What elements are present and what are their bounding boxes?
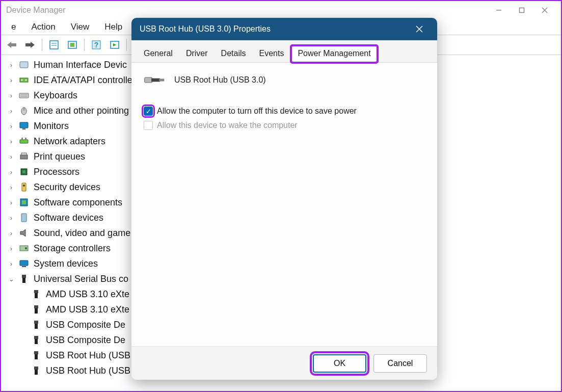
chevron-icon[interactable]: › [8, 123, 14, 129]
svg-rect-21 [19, 93, 29, 98]
chevron-icon[interactable]: › [8, 230, 14, 237]
device-name: USB Root Hub (USB 3.0) [174, 75, 266, 85]
checkbox-row-wake: Allow this device to wake the computer [144, 121, 425, 130]
tab-power-management[interactable]: Power Management [291, 45, 377, 63]
svg-rect-61 [145, 77, 152, 83]
cancel-button[interactable]: Cancel [373, 354, 427, 373]
chevron-icon[interactable]: › [8, 260, 14, 267]
device-category-icon [18, 274, 30, 284]
chevron-icon[interactable]: › [8, 77, 14, 84]
tab-driver[interactable]: Driver [180, 46, 214, 62]
scan-icon [110, 40, 120, 50]
svg-rect-32 [21, 153, 26, 155]
svg-rect-38 [22, 200, 26, 204]
svg-point-20 [25, 80, 27, 81]
close-icon [416, 25, 423, 33]
tree-item-label: Storage controllers [34, 244, 111, 253]
tree-item-label: Mice and other pointing [34, 106, 129, 115]
tab-details[interactable]: Details [215, 46, 252, 62]
checkbox-turnoff[interactable]: ✓ [144, 107, 153, 116]
tree-item-label: Software devices [34, 213, 103, 222]
device-category-icon [18, 151, 30, 162]
svg-point-42 [25, 247, 27, 249]
checkbox-wake-label: Allow this device to wake the computer [157, 121, 298, 130]
device-category-icon [18, 90, 30, 100]
minimize-icon [496, 7, 502, 13]
chevron-icon[interactable]: › [8, 184, 14, 191]
tree-item-label: Human Interface Devic [34, 60, 127, 69]
toolbar-forward-button[interactable] [22, 37, 38, 53]
svg-marker-5 [25, 42, 35, 48]
tree-item-label: Monitors [34, 121, 69, 130]
menu-help[interactable]: Help [104, 22, 122, 32]
usb-connector-icon [144, 73, 165, 87]
close-button[interactable] [533, 3, 556, 18]
tree-item-label: Security devices [34, 182, 100, 192]
menu-view[interactable]: View [71, 22, 90, 32]
svg-rect-57 [34, 367, 38, 370]
device-category-icon [18, 258, 30, 269]
device-category-icon [18, 243, 30, 253]
menu-file[interactable]: e [11, 22, 16, 32]
titlebar: Device Manager [1, 1, 561, 19]
chevron-icon[interactable]: › [8, 153, 14, 160]
svg-rect-18 [20, 78, 28, 82]
svg-rect-45 [22, 275, 26, 278]
svg-point-19 [21, 80, 23, 81]
usb-device-icon [31, 350, 42, 360]
device-category-icon [18, 182, 30, 192]
device-category-icon [18, 197, 30, 207]
dialog-title: USB Root Hub (USB 3.0) Properties [140, 24, 410, 34]
chevron-icon[interactable]: › [8, 138, 14, 145]
maximize-button[interactable] [510, 3, 533, 18]
chevron-icon[interactable]: › [8, 199, 14, 206]
properties-dialog: USB Root Hub (USB 3.0) Properties Genera… [131, 18, 437, 380]
svg-rect-56 [35, 354, 38, 359]
svg-rect-29 [21, 138, 23, 140]
svg-rect-44 [22, 266, 26, 267]
chevron-icon[interactable]: › [8, 245, 14, 252]
tab-general[interactable]: General [138, 46, 179, 62]
checkbox-row-turnoff[interactable]: ✓ Allow the computer to turn off this de… [144, 107, 425, 116]
chevron-icon[interactable]: › [8, 169, 14, 175]
device-category-icon [18, 228, 30, 238]
toolbar-scan-button[interactable] [107, 37, 122, 53]
tree-item-label: Keyboards [34, 91, 77, 100]
usb-device-icon [31, 320, 42, 330]
svg-rect-43 [20, 260, 28, 266]
svg-rect-6 [50, 41, 58, 49]
dialog-tabbar: General Driver Details Events Power Mana… [131, 40, 437, 63]
chevron-icon[interactable]: › [8, 215, 14, 221]
close-icon [542, 7, 548, 13]
svg-rect-35 [22, 183, 26, 191]
chevron-icon[interactable]: › [8, 62, 14, 68]
chevron-icon[interactable]: ⌄ [8, 276, 14, 282]
tab-events[interactable]: Events [253, 46, 290, 62]
menu-action[interactable]: Action [31, 22, 55, 32]
device-category-icon [18, 75, 30, 85]
tree-item-label: Print queues [34, 152, 85, 161]
dialog-close-button[interactable] [410, 19, 429, 39]
device-category-icon [18, 121, 30, 131]
chevron-icon[interactable]: › [8, 92, 14, 99]
svg-rect-34 [22, 170, 25, 173]
minimize-button[interactable] [487, 3, 510, 18]
svg-rect-28 [20, 140, 28, 143]
tree-item-label: Sound, video and game [34, 228, 130, 238]
window-title: Device Manager [6, 6, 487, 15]
toolbar-help-button[interactable]: ? [89, 37, 104, 53]
device-category-icon [18, 60, 30, 70]
device-category-icon [18, 167, 30, 177]
tree-item-label: Software components [34, 198, 122, 207]
chevron-icon[interactable]: › [8, 108, 14, 114]
toolbar-action-button[interactable] [65, 37, 80, 53]
svg-rect-26 [20, 122, 28, 128]
toolbar-properties-button[interactable] [46, 37, 62, 53]
properties-icon [49, 40, 59, 50]
checkbox-wake [144, 121, 153, 130]
svg-rect-48 [35, 293, 38, 298]
device-category-icon [18, 136, 30, 146]
svg-rect-1 [519, 8, 524, 13]
toolbar-back-button[interactable] [4, 37, 19, 53]
ok-button[interactable]: OK [313, 354, 366, 373]
